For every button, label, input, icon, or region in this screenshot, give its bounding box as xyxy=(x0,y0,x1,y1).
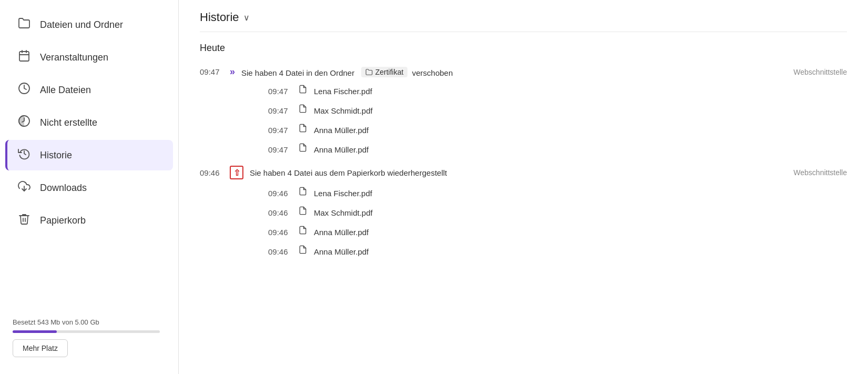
file-time: 09:47 xyxy=(268,126,292,135)
file-icon xyxy=(298,143,308,156)
file-time: 09:46 xyxy=(268,189,292,198)
restore-icon: ⇧ xyxy=(230,166,243,179)
section-date-heute: Heute xyxy=(200,43,847,54)
sidebar-item-dateien-ordner[interactable]: Dateien und Ordner xyxy=(5,9,173,40)
event-source-move: Webschnittstelle xyxy=(793,68,847,76)
calendar-icon xyxy=(18,49,30,65)
page-title: Historie xyxy=(200,11,239,24)
file-item: 09:46 Max Schmidt.pdf xyxy=(268,203,847,223)
trash-icon xyxy=(18,213,30,228)
file-item: 09:47 Anna Müller.pdf xyxy=(268,140,847,159)
folder-name: Zertifikat xyxy=(375,68,404,76)
clock-icon xyxy=(18,82,30,98)
sidebar-item-historie[interactable]: Historie xyxy=(5,140,173,170)
file-name: Lena Fischer.pdf xyxy=(314,189,372,198)
history-event-move: 09:47 » Sie haben 4 Datei in den Ordner … xyxy=(200,62,847,159)
svg-rect-0 xyxy=(19,52,29,61)
storage-label: Besetzt 543 Mb von 5.00 Gb xyxy=(13,318,166,326)
sidebar-item-papierkorb[interactable]: Papierkorb xyxy=(5,205,173,236)
history-event-restore: 09:46 ⇧ Sie haben 4 Datei aus dem Papier… xyxy=(200,161,847,261)
file-time: 09:46 xyxy=(268,208,292,217)
storage-bar-background xyxy=(13,330,160,333)
history-icon xyxy=(18,147,30,163)
event-description-move: Sie haben 4 Datei in den Ordner Zertifik… xyxy=(241,67,787,77)
event-time-restore: 09:46 xyxy=(200,168,223,177)
file-item: 09:47 Max Schmidt.pdf xyxy=(268,101,847,120)
file-time: 09:46 xyxy=(268,247,292,256)
file-time: 09:47 xyxy=(268,87,292,96)
download-cloud-icon xyxy=(18,180,30,196)
folder-icon xyxy=(18,17,30,33)
sidebar-label-dateien-ordner: Dateien und Ordner xyxy=(40,19,123,31)
sidebar: Dateien und Ordner Veranstaltungen Alle … xyxy=(0,0,179,374)
file-name: Anna Müller.pdf xyxy=(314,145,369,154)
sidebar-item-nicht-erstellte[interactable]: Nicht erstellte xyxy=(5,107,173,138)
file-item: 09:46 Lena Fischer.pdf xyxy=(268,184,847,203)
file-item: 09:46 Anna Müller.pdf xyxy=(268,223,847,242)
main-content: Historie ∨ Heute 09:47 » Sie haben 4 Dat… xyxy=(179,0,868,374)
file-name: Anna Müller.pdf xyxy=(314,247,369,256)
file-name: Max Schmidt.pdf xyxy=(314,106,373,115)
file-name: Lena Fischer.pdf xyxy=(314,87,372,96)
file-icon xyxy=(298,245,308,258)
mehr-platz-button[interactable]: Mehr Platz xyxy=(13,339,68,357)
event-desc-suffix: verschoben xyxy=(412,68,453,77)
double-arrow-icon: » xyxy=(230,66,235,77)
storage-bar-fill xyxy=(13,330,57,333)
file-time: 09:47 xyxy=(268,145,292,154)
file-icon xyxy=(298,187,308,200)
file-name: Anna Müller.pdf xyxy=(314,228,369,237)
file-name: Max Schmidt.pdf xyxy=(314,208,373,217)
sidebar-item-downloads[interactable]: Downloads xyxy=(5,173,173,203)
file-time: 09:46 xyxy=(268,228,292,237)
file-name: Anna Müller.pdf xyxy=(314,126,369,135)
file-item: 09:47 Anna Müller.pdf xyxy=(268,120,847,140)
event-time-move: 09:47 xyxy=(200,67,223,76)
file-time: 09:47 xyxy=(268,106,292,115)
sidebar-item-alle-dateien[interactable]: Alle Dateien xyxy=(5,75,173,105)
storage-section: Besetzt 543 Mb von 5.00 Gb Mehr Platz xyxy=(0,312,178,366)
event-desc-prefix: Sie haben 4 Datei in den Ordner xyxy=(241,68,354,77)
sidebar-label-historie: Historie xyxy=(40,150,72,161)
sidebar-label-papierkorb: Papierkorb xyxy=(40,215,86,226)
sidebar-label-downloads: Downloads xyxy=(40,183,87,194)
file-icon xyxy=(298,124,308,137)
file-list-move: 09:47 Lena Fischer.pdf 09:47 M xyxy=(268,82,847,159)
event-source-restore: Webschnittstelle xyxy=(793,168,847,177)
file-icon xyxy=(298,104,308,117)
file-item: 09:47 Lena Fischer.pdf xyxy=(268,82,847,101)
file-list-restore: 09:46 Lena Fischer.pdf 09:46 M xyxy=(268,184,847,261)
clock-half-icon xyxy=(18,115,30,130)
sidebar-label-nicht-erstellte: Nicht erstellte xyxy=(40,117,97,128)
file-icon xyxy=(298,85,308,98)
page-header: Historie ∨ xyxy=(200,11,847,32)
sidebar-label-alle-dateien: Alle Dateien xyxy=(40,85,91,96)
sidebar-label-veranstaltungen: Veranstaltungen xyxy=(40,52,108,63)
sidebar-item-veranstaltungen[interactable]: Veranstaltungen xyxy=(5,42,173,73)
event-description-restore: Sie haben 4 Datei aus dem Papierkorb wie… xyxy=(250,168,787,177)
event-header-restore: 09:46 ⇧ Sie haben 4 Datei aus dem Papier… xyxy=(200,161,847,184)
file-icon xyxy=(298,206,308,219)
chevron-down-icon[interactable]: ∨ xyxy=(243,13,250,23)
event-header-move: 09:47 » Sie haben 4 Datei in den Ordner … xyxy=(200,62,847,82)
folder-badge: Zertifikat xyxy=(361,67,408,77)
file-icon xyxy=(298,226,308,239)
file-item: 09:46 Anna Müller.pdf xyxy=(268,242,847,261)
